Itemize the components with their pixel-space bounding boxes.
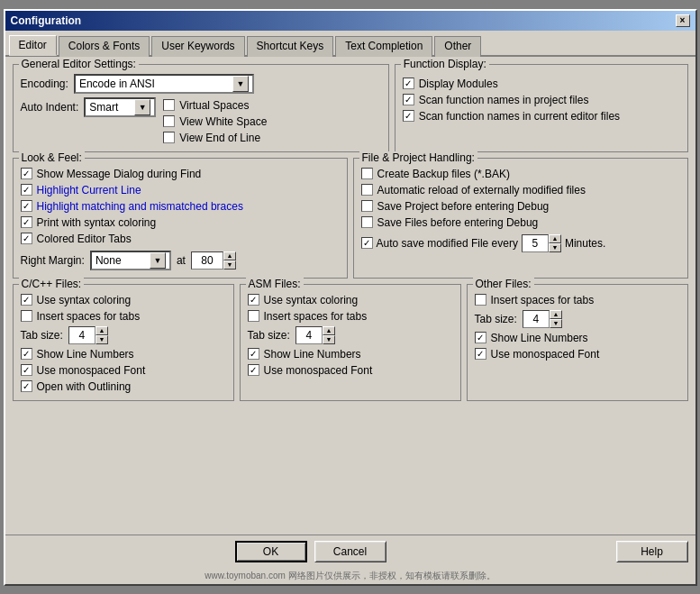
colored-tabs-row: Colored Editor Tabs: [21, 233, 340, 245]
scan-editor-checkbox[interactable]: [403, 110, 414, 122]
highlight-current-checkbox[interactable]: [21, 184, 32, 196]
right-margin-value: None: [95, 254, 150, 267]
general-settings-legend: General Editor Settings:: [19, 58, 139, 70]
auto-save-spin-down[interactable]: ▼: [549, 243, 561, 252]
middle-spacer: [394, 541, 609, 562]
cpp-tab-spin: ▲ ▼: [68, 326, 108, 344]
view-end-of-line-checkbox[interactable]: [163, 132, 175, 143]
scan-editor-row: Scan function names in current editor fi…: [403, 110, 680, 123]
colored-tabs-checkbox[interactable]: [21, 233, 32, 244]
other-insert-spaces-checkbox[interactable]: [475, 294, 486, 306]
minutes-label: Minutes.: [565, 237, 605, 250]
scan-project-row: Scan function names in project files: [403, 94, 680, 106]
show-message-row: Show Message Dialog during Find: [21, 168, 340, 180]
margin-spin-up[interactable]: ▲: [223, 251, 236, 260]
cpp-insert-spaces-row: Insert spaces for tabs: [21, 310, 226, 323]
margin-value-input[interactable]: [191, 251, 223, 270]
auto-reload-label: Automatic reload of externally modified …: [377, 184, 586, 196]
auto-save-checkbox[interactable]: [361, 237, 373, 249]
cpp-insert-spaces-checkbox[interactable]: [21, 310, 32, 322]
look-feel-content: Show Message Dialog during Find Highligh…: [21, 168, 340, 270]
editor-tab-content: General Editor Settings: Encoding: Encod…: [5, 57, 695, 535]
file-project-group: File & Project Handling: Create Backup f…: [353, 158, 688, 279]
save-files-checkbox[interactable]: [361, 216, 373, 228]
cpp-outlining-row: Open with Outlining: [21, 380, 226, 393]
close-button[interactable]: ×: [676, 14, 690, 27]
encoding-value: Encode in ANSI: [79, 78, 232, 90]
tab-text-completion[interactable]: Text Completion: [335, 36, 432, 57]
auto-save-spin-up[interactable]: ▲: [549, 234, 561, 243]
cpp-insert-spaces-label: Insert spaces for tabs: [37, 310, 141, 323]
cpp-monospaced-checkbox[interactable]: [21, 364, 32, 376]
other-tab-size-row: Tab size: ▲ ▼: [475, 310, 680, 328]
right-margin-dropdown[interactable]: None ▼: [90, 251, 171, 270]
other-tab-down[interactable]: ▼: [550, 319, 562, 328]
other-tab-input[interactable]: [523, 310, 550, 328]
watermark: www.toymoban.com 网络图片仅供展示，非授权，知有模板请联系删除。: [5, 568, 695, 584]
other-files-group: Other Files: Insert spaces for tabs Tab …: [467, 284, 688, 401]
asm-use-syntax-checkbox[interactable]: [248, 294, 259, 306]
tab-editor[interactable]: Editor: [9, 35, 57, 56]
cpp-tab-arrows: ▲ ▼: [95, 326, 108, 344]
tab-colors-fonts[interactable]: Colors & Fonts: [59, 36, 150, 57]
asm-monospaced-checkbox[interactable]: [248, 364, 259, 376]
cpp-monospaced-row: Use monospaced Font: [21, 364, 226, 377]
auto-indent-arrow[interactable]: ▼: [134, 99, 150, 115]
asm-use-syntax-row: Use syntax coloring: [248, 294, 453, 306]
asm-tab-up[interactable]: ▲: [323, 326, 335, 335]
other-show-line-row: Show Line Numbers: [475, 332, 680, 344]
asm-insert-spaces-checkbox[interactable]: [248, 310, 259, 322]
right-margin-arrow[interactable]: ▼: [150, 252, 166, 269]
asm-tab-spin: ▲ ▼: [295, 326, 335, 344]
ok-button[interactable]: OK: [235, 541, 307, 562]
help-button[interactable]: Help: [616, 541, 688, 562]
auto-indent-dropdown[interactable]: Smart ▼: [84, 97, 156, 117]
asm-monospaced-row: Use monospaced Font: [248, 364, 453, 377]
bottom-bar: OK Cancel Help: [5, 535, 695, 568]
other-monospaced-row: Use monospaced Font: [475, 348, 680, 361]
other-tab-up[interactable]: ▲: [550, 310, 562, 319]
cpp-tab-down[interactable]: ▼: [95, 335, 108, 344]
cpp-tab-up[interactable]: ▲: [95, 326, 108, 335]
encoding-label: Encoding:: [21, 78, 68, 90]
cancel-button[interactable]: Cancel: [314, 541, 386, 562]
tab-bar: Editor Colors & Fonts User Keywords Shor…: [5, 31, 695, 57]
show-message-checkbox[interactable]: [21, 168, 32, 179]
asm-tab-down[interactable]: ▼: [323, 335, 335, 344]
auto-save-row: Auto save modified File every ▲ ▼ Minute…: [361, 234, 680, 252]
auto-reload-row: Automatic reload of externally modified …: [361, 184, 680, 196]
cpp-outlining-checkbox[interactable]: [21, 380, 32, 392]
encoding-dropdown-arrow[interactable]: ▼: [232, 76, 249, 92]
tab-shortcut-keys[interactable]: Shortcut Keys: [247, 36, 334, 57]
left-spacer: [13, 541, 228, 562]
configuration-dialog: Configuration × Editor Colors & Fonts Us…: [4, 9, 697, 586]
asm-show-line-checkbox[interactable]: [248, 348, 259, 360]
create-backup-label: Create Backup files (*.BAK): [377, 168, 510, 180]
cpp-tab-size-row: Tab size: ▲ ▼: [21, 326, 226, 344]
cpp-tab-input[interactable]: [68, 326, 95, 344]
create-backup-checkbox[interactable]: [361, 168, 373, 179]
view-white-space-checkbox[interactable]: [163, 115, 175, 127]
highlight-matching-checkbox[interactable]: [21, 200, 32, 212]
top-row: General Editor Settings: Encoding: Encod…: [13, 64, 688, 152]
cpp-show-line-checkbox[interactable]: [21, 348, 32, 360]
virtual-spaces-checkbox[interactable]: [163, 99, 175, 111]
print-syntax-label: Print with syntax coloring: [37, 216, 157, 229]
display-modules-checkbox[interactable]: [403, 78, 414, 89]
print-syntax-checkbox[interactable]: [21, 216, 32, 228]
tab-user-keywords[interactable]: User Keywords: [151, 36, 244, 57]
encoding-dropdown[interactable]: Encode in ANSI ▼: [74, 74, 254, 94]
asm-tab-input[interactable]: [295, 326, 323, 344]
tab-other[interactable]: Other: [434, 36, 481, 57]
cpp-use-syntax-checkbox[interactable]: [21, 294, 32, 306]
scan-project-checkbox[interactable]: [403, 94, 414, 105]
other-show-line-checkbox[interactable]: [475, 332, 486, 343]
other-monospaced-checkbox[interactable]: [475, 348, 486, 360]
save-project-checkbox[interactable]: [361, 200, 373, 212]
margin-spin-down[interactable]: ▼: [223, 260, 236, 270]
cpp-outlining-label: Open with Outlining: [37, 380, 132, 393]
highlight-matching-row: Highlight matching and mismatched braces: [21, 200, 340, 213]
auto-reload-checkbox[interactable]: [361, 184, 373, 196]
auto-save-value-input[interactable]: [522, 234, 549, 252]
encoding-row: Encoding: Encode in ANSI ▼: [21, 74, 381, 94]
